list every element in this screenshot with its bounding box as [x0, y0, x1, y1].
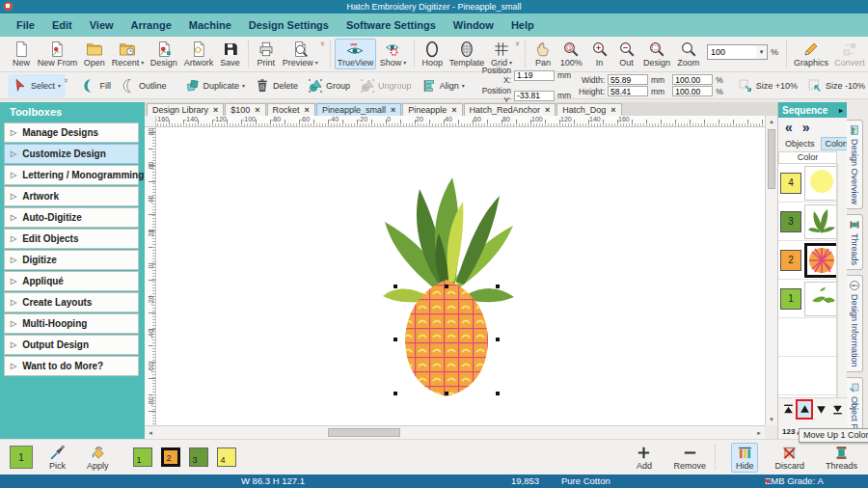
- tab-design-information[interactable]: Design Information: [847, 275, 863, 372]
- close-icon[interactable]: ×: [213, 106, 218, 115]
- vertical-scrollbar[interactable]: ▴ ▾: [765, 116, 777, 425]
- dropdown-icon[interactable]: ▾: [462, 82, 465, 89]
- menu-window[interactable]: Window: [445, 14, 502, 37]
- design-file-button[interactable]: Design: [147, 39, 180, 69]
- remove-color-button[interactable]: Remove: [668, 443, 711, 473]
- trueview-button[interactable]: TrueView: [335, 39, 376, 69]
- toolbox-create-layouts[interactable]: ▷Create Layouts: [4, 292, 139, 312]
- align-button[interactable]: Align ▾: [417, 74, 470, 97]
- scroll-down-icon[interactable]: ▾: [766, 414, 777, 425]
- tab-pineapple-small[interactable]: Pineapple_small×: [316, 103, 401, 116]
- close-icon[interactable]: ×: [305, 106, 310, 115]
- zoom-level-input[interactable]: [707, 44, 757, 60]
- scroll-right-icon[interactable]: ▸: [753, 426, 765, 439]
- close-icon[interactable]: ×: [255, 106, 259, 115]
- vertical-scroll-thumb[interactable]: [768, 129, 775, 189]
- scroll-up-icon[interactable]: ▴: [766, 116, 777, 127]
- move-to-bottom-button[interactable]: [829, 400, 845, 419]
- zoom-out-button[interactable]: Out: [613, 39, 640, 69]
- toolbox-manage-designs[interactable]: ▷Manage Designs: [4, 122, 139, 143]
- close-icon[interactable]: ×: [610, 106, 615, 115]
- hide-unused-button[interactable]: Hide: [731, 443, 759, 473]
- new-button[interactable]: New: [8, 39, 35, 69]
- toolbox-want-to-do-more[interactable]: ▷Want to do More?: [4, 356, 139, 376]
- threads-button[interactable]: Threads: [821, 443, 862, 473]
- tab-rocket[interactable]: Rocket×: [267, 103, 315, 116]
- current-color-swatch[interactable]: 1: [10, 446, 33, 469]
- color-row-2-selected[interactable]: 2: [778, 241, 836, 280]
- size-up-button[interactable]: Size +10%: [733, 74, 802, 97]
- horizontal-scroll-thumb[interactable]: [328, 428, 400, 437]
- more-options-chevron[interactable]: »: [62, 78, 70, 82]
- tab-hatch-redanchor[interactable]: Hatch_RedAnchor×: [464, 103, 556, 116]
- palette-color-4[interactable]: 4: [217, 447, 236, 467]
- color-swatch[interactable]: 4: [780, 173, 801, 194]
- dropdown-icon[interactable]: ▾: [58, 82, 61, 89]
- sequence-scrollbar[interactable]: [837, 164, 847, 397]
- tab-design-overview[interactable]: Design Overview: [847, 120, 863, 209]
- menu-design-settings[interactable]: Design Settings: [240, 14, 338, 37]
- size-down-button[interactable]: Size -10%: [802, 74, 868, 97]
- nav-forward-icon[interactable]: »: [802, 120, 810, 135]
- more-options-chevron[interactable]: »: [318, 41, 327, 48]
- color-thumbnail[interactable]: [804, 282, 837, 316]
- palette-color-1[interactable]: 1: [133, 447, 152, 467]
- drawing-area[interactable]: [156, 127, 765, 425]
- new-from-button[interactable]: New From: [35, 39, 80, 69]
- zoom-in-button[interactable]: In: [586, 39, 613, 69]
- move-up-1-color-button[interactable]: [797, 400, 812, 419]
- design-canvas[interactable]: -160-140-120-100-80-60-40-20020406080100…: [145, 116, 777, 439]
- color-row-4[interactable]: 4: [778, 164, 836, 203]
- toolbox-digitize[interactable]: ▷Digitize: [4, 250, 139, 270]
- position-y-input[interactable]: [514, 91, 555, 101]
- dropdown-icon[interactable]: ▾: [403, 58, 406, 68]
- move-down-button[interactable]: [813, 400, 828, 419]
- toolbox-artwork[interactable]: ▷Artwork: [4, 186, 139, 206]
- menu-file[interactable]: File: [8, 14, 43, 37]
- color-thumbnail[interactable]: [804, 243, 837, 278]
- discard-unused-button[interactable]: Discard: [770, 443, 809, 473]
- toolbox-customize-design[interactable]: ▷Customize Design: [4, 144, 139, 164]
- height-input[interactable]: [608, 86, 648, 96]
- dropdown-icon[interactable]: ▾: [242, 82, 245, 89]
- toolbox-applique[interactable]: ▷Appliqué: [4, 271, 139, 291]
- scale-y-input[interactable]: [672, 86, 713, 96]
- tab-100[interactable]: $100×: [225, 103, 265, 116]
- duplicate-button[interactable]: Duplicate ▾: [180, 74, 251, 97]
- toolbox-multi-hooping[interactable]: ▷Multi-Hooping: [4, 313, 139, 334]
- recent-button[interactable]: Recent▾: [109, 39, 148, 69]
- zoom-level-dropdown-icon[interactable]: ▾: [756, 44, 768, 60]
- close-icon[interactable]: ×: [451, 106, 456, 115]
- zoom-box-button[interactable]: Zoom: [673, 39, 702, 69]
- graphics-button[interactable]: Graphics: [791, 39, 831, 69]
- menu-view[interactable]: View: [81, 14, 122, 37]
- hoop-button[interactable]: Hoop: [419, 39, 447, 69]
- color-swatch[interactable]: 3: [780, 211, 801, 232]
- color-thumbnail[interactable]: [804, 166, 837, 201]
- menu-software-settings[interactable]: Software Settings: [338, 14, 445, 37]
- move-to-top-button[interactable]: [780, 400, 796, 419]
- color-row-1[interactable]: 1: [778, 280, 836, 318]
- toolbox-edit-objects[interactable]: ▷Edit Objects: [4, 229, 139, 249]
- toolbox-lettering-monogramming[interactable]: ▷Lettering / Monogramming: [4, 165, 139, 185]
- color-swatch[interactable]: 2: [780, 250, 801, 271]
- tab-design-library[interactable]: Design Library×: [147, 103, 224, 116]
- show-button[interactable]: Show▾: [376, 39, 410, 69]
- pick-color-button[interactable]: Pick: [44, 443, 70, 473]
- artwork-file-button[interactable]: Artwork: [180, 39, 216, 69]
- pineapple-design[interactable]: [371, 154, 526, 400]
- close-icon[interactable]: ×: [391, 106, 395, 115]
- toolbox-output-design[interactable]: ▷Output Design: [4, 335, 139, 355]
- menu-edit[interactable]: Edit: [43, 14, 81, 37]
- tab-pineapple[interactable]: Pineapple×: [402, 103, 462, 116]
- apply-color-button[interactable]: Apply: [82, 443, 114, 473]
- close-icon[interactable]: ×: [545, 106, 550, 115]
- dropdown-icon[interactable]: ▾: [315, 58, 318, 68]
- select-button[interactable]: Select ▾: [8, 74, 66, 97]
- palette-color-2-selected[interactable]: 2: [161, 447, 180, 467]
- menu-help[interactable]: Help: [502, 14, 543, 37]
- more-options-chevron[interactable]: »: [513, 41, 522, 48]
- outline-button[interactable]: Outline: [116, 74, 172, 97]
- tab-objects[interactable]: Objects: [780, 137, 820, 150]
- color-thumbnail[interactable]: [804, 204, 837, 239]
